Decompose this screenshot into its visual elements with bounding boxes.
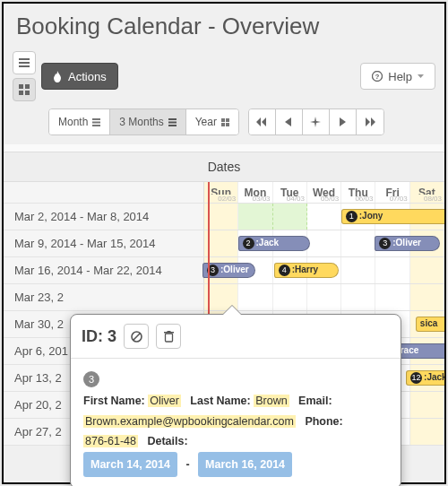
booking-name: :Oliver bbox=[220, 265, 249, 274]
week-row: Mar 2, 2014 - Mar 8, 2014 1:Jony 02/0303… bbox=[4, 204, 444, 230]
svg-rect-11 bbox=[92, 125, 100, 126]
booking-details-popover: ID: 3 3 First Name: Oliver Last Name: Br… bbox=[70, 314, 401, 484]
date-from-pill: March 14, 2014 bbox=[83, 452, 177, 478]
first-name-label: First Name: bbox=[83, 395, 145, 407]
booking-pill[interactable]: 3:Oliver bbox=[202, 263, 255, 278]
week-row: Mar 16, 2014 - Mar 22, 2014 3:Oliver 4:H… bbox=[4, 257, 444, 284]
day-cell[interactable] bbox=[341, 230, 375, 256]
question-icon: ? bbox=[372, 71, 383, 82]
reject-button[interactable] bbox=[124, 324, 149, 349]
booking-id: 12 bbox=[410, 372, 422, 384]
date-tick: 07/03 bbox=[375, 195, 409, 203]
last-name-value: Brown bbox=[254, 395, 289, 407]
range-3months[interactable]: 3 Months bbox=[110, 109, 185, 135]
email-value: Brown.example@wpbookingcalendar.com bbox=[83, 415, 296, 428]
actions-label: Actions bbox=[68, 70, 107, 83]
phone-value: 876-61-48 bbox=[83, 435, 138, 447]
nav-today-button[interactable] bbox=[303, 109, 330, 135]
day-cell[interactable] bbox=[238, 284, 272, 310]
range-year-label: Year bbox=[195, 116, 217, 128]
svg-rect-14 bbox=[168, 125, 177, 126]
date-to-pill: March 16, 2014 bbox=[198, 452, 292, 478]
svg-rect-0 bbox=[19, 58, 30, 60]
date-tick: 03/03 bbox=[238, 195, 272, 203]
nav-first-button[interactable] bbox=[249, 109, 276, 135]
booking-name: :Jony bbox=[359, 211, 383, 221]
date-tick: 05/03 bbox=[307, 195, 341, 203]
toolbar-row-1: Actions ? Help bbox=[4, 51, 444, 108]
range-3months-label: 3 Months bbox=[119, 116, 163, 128]
booking-pill[interactable]: 4:Harry bbox=[274, 263, 339, 278]
booking-pill[interactable]: 1:Jony bbox=[341, 209, 446, 224]
range-year[interactable]: Year bbox=[186, 109, 238, 135]
day-cell[interactable] bbox=[341, 257, 375, 283]
booking-id: 4 bbox=[279, 265, 290, 276]
day-cell[interactable] bbox=[307, 284, 341, 310]
popover-badge: 3 bbox=[83, 371, 99, 387]
svg-line-20 bbox=[133, 333, 140, 340]
range-month[interactable]: Month bbox=[49, 109, 110, 135]
nav-buttons bbox=[248, 108, 384, 135]
nav-last-button[interactable] bbox=[357, 109, 383, 135]
day-cell[interactable] bbox=[307, 204, 341, 230]
booking-id: 1 bbox=[346, 211, 358, 222]
page-title: Booking Calendar - Overview bbox=[4, 4, 444, 51]
svg-rect-18 bbox=[226, 123, 229, 126]
svg-rect-5 bbox=[19, 91, 23, 95]
svg-text:?: ? bbox=[375, 73, 380, 81]
svg-rect-4 bbox=[25, 84, 30, 89]
day-cell[interactable] bbox=[375, 257, 409, 283]
day-cell[interactable] bbox=[410, 257, 444, 283]
booking-pill[interactable]: 2:Jack bbox=[238, 236, 310, 251]
day-cell[interactable] bbox=[238, 204, 272, 230]
view-list-icon[interactable] bbox=[13, 51, 36, 74]
svg-rect-2 bbox=[19, 65, 30, 67]
date-separator: - bbox=[180, 458, 194, 471]
view-grid-icon[interactable] bbox=[13, 78, 36, 101]
day-cell[interactable] bbox=[273, 204, 307, 230]
svg-rect-10 bbox=[92, 121, 100, 123]
week-label: Mar 9, 2014 - Mar 15, 2014 bbox=[4, 230, 204, 256]
booking-pill[interactable]: sica bbox=[416, 317, 446, 332]
day-cell[interactable] bbox=[307, 230, 341, 256]
range-month-label: Month bbox=[58, 116, 88, 128]
booking-name: :Oliver bbox=[392, 238, 421, 247]
booking-name: :Jack bbox=[256, 238, 280, 247]
nav-prev-button[interactable] bbox=[276, 109, 303, 135]
first-name-value: Oliver bbox=[148, 395, 181, 407]
chevron-down-icon bbox=[418, 74, 424, 79]
booking-name: :Harry bbox=[292, 265, 318, 274]
svg-rect-16 bbox=[226, 118, 229, 122]
delete-button[interactable] bbox=[156, 324, 181, 349]
help-button[interactable]: ? Help bbox=[360, 63, 435, 90]
day-cell[interactable] bbox=[341, 284, 375, 310]
day-cell[interactable] bbox=[273, 284, 307, 310]
trash-icon bbox=[164, 331, 174, 343]
list-icon bbox=[92, 118, 100, 126]
svg-rect-21 bbox=[165, 334, 172, 342]
range-segmented: Month 3 Months Year bbox=[48, 108, 239, 135]
day-cell[interactable] bbox=[410, 392, 444, 418]
day-cell[interactable] bbox=[375, 284, 409, 310]
date-tick: 04/03 bbox=[273, 195, 307, 203]
booking-id: 3 bbox=[379, 238, 391, 249]
booking-name: :Jack bbox=[424, 372, 446, 382]
phone-label: Phone: bbox=[305, 415, 342, 428]
svg-rect-12 bbox=[168, 118, 177, 120]
actions-button[interactable]: Actions bbox=[41, 63, 118, 90]
help-label: Help bbox=[388, 70, 412, 83]
nav-next-button[interactable] bbox=[330, 109, 357, 135]
date-tick: 06/03 bbox=[341, 195, 375, 203]
grid-icon bbox=[221, 118, 229, 126]
svg-rect-13 bbox=[168, 121, 177, 123]
ban-icon bbox=[131, 331, 142, 343]
booking-pill[interactable]: 3:Oliver bbox=[375, 236, 439, 251]
booking-name: sica bbox=[420, 318, 437, 328]
day-cell[interactable] bbox=[410, 419, 444, 445]
svg-rect-15 bbox=[221, 118, 225, 122]
day-cell[interactable] bbox=[410, 284, 444, 310]
dates-column-header: Dates bbox=[4, 152, 444, 182]
booking-pill[interactable]: 12:Jack bbox=[406, 370, 446, 386]
details-label: Details: bbox=[147, 435, 187, 447]
svg-rect-9 bbox=[92, 118, 100, 120]
